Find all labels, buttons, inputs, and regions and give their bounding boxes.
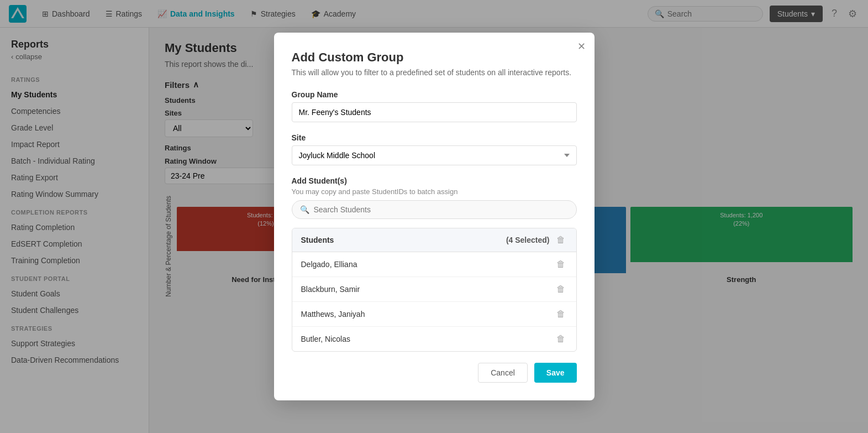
add-custom-group-modal: ✕ Add Custom Group This will allow you t… (274, 33, 595, 400)
delete-all-students-btn[interactable]: 🗑 (554, 234, 567, 246)
search-students-input[interactable] (314, 205, 569, 214)
group-name-label: Group Name (292, 90, 577, 99)
delete-student-1-btn[interactable]: 🗑 (554, 283, 567, 295)
search-students-icon: 🔍 (300, 205, 309, 214)
add-students-label: Add Student(s) (292, 176, 577, 185)
student-row-2: Matthews, Janiyah 🗑 (292, 302, 576, 327)
students-table: Students (4 Selected) 🗑 Delgado, Elliana… (292, 228, 577, 352)
site-label: Site (292, 133, 577, 142)
modal-overlay: ✕ Add Custom Group This will allow you t… (0, 0, 868, 433)
site-select[interactable]: Joyluck Middle School All Sites (292, 145, 577, 165)
student-row-0: Delgado, Elliana 🗑 (292, 252, 576, 277)
students-list: Delgado, Elliana 🗑 Blackburn, Samir 🗑 Ma… (292, 252, 576, 351)
student-name-1: Blackburn, Samir (301, 285, 360, 294)
search-students-box[interactable]: 🔍 (292, 200, 577, 219)
modal-subtitle: This will allow you to filter to a prede… (292, 68, 577, 77)
delete-student-3-btn[interactable]: 🗑 (554, 333, 567, 345)
modal-close-button[interactable]: ✕ (577, 41, 586, 51)
modal-group-name-field: Group Name (292, 90, 577, 122)
cancel-button[interactable]: Cancel (478, 363, 528, 383)
students-col-header: Students (301, 236, 334, 244)
delete-student-2-btn[interactable]: 🗑 (554, 308, 567, 320)
modal-site-field: Site Joyluck Middle School All Sites (292, 133, 577, 165)
delete-student-0-btn[interactable]: 🗑 (554, 258, 567, 270)
student-name-2: Matthews, Janiyah (301, 310, 365, 319)
student-row-3: Butler, Nicolas 🗑 (292, 327, 576, 351)
add-students-hint: You may copy and paste StudentIDs to bat… (292, 187, 577, 196)
modal-footer: Cancel Save (292, 352, 577, 383)
group-name-input[interactable] (292, 102, 577, 122)
students-table-header: Students (4 Selected) 🗑 (292, 228, 576, 252)
student-name-3: Butler, Nicolas (301, 335, 350, 343)
selected-count: (4 Selected) 🗑 (506, 234, 567, 246)
save-button[interactable]: Save (534, 363, 577, 383)
modal-title: Add Custom Group (292, 50, 577, 65)
student-row-1: Blackburn, Samir 🗑 (292, 277, 576, 302)
student-name-0: Delgado, Elliana (301, 260, 357, 269)
